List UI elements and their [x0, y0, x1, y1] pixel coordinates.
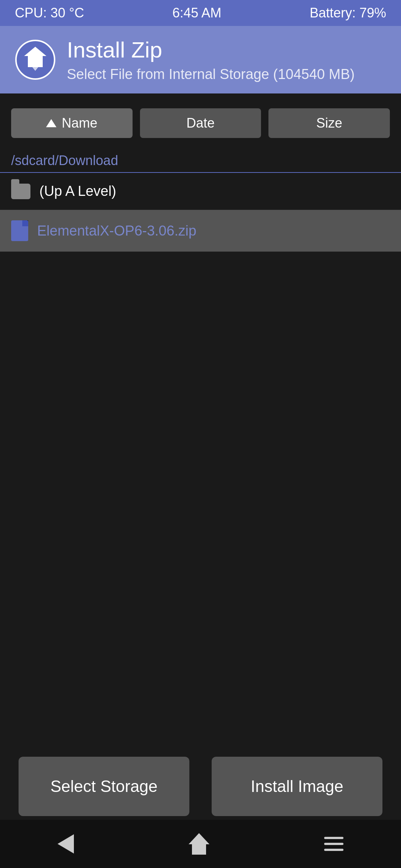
folder-label: (Up A Level)	[39, 183, 116, 199]
sort-arrow-icon	[46, 119, 56, 127]
bottom-buttons: Select Storage Install Image	[0, 757, 401, 816]
list-item[interactable]: ElementalX-OP6-3.06.zip	[0, 210, 401, 252]
menu-icon	[324, 837, 343, 851]
sort-date-button[interactable]: Date	[140, 108, 261, 138]
list-item[interactable]: (Up A Level)	[0, 173, 401, 210]
install-image-button[interactable]: Install Image	[212, 757, 382, 816]
time-text: 6:45 AM	[172, 5, 221, 21]
status-bar: CPU: 30 °C 6:45 AM Battery: 79%	[0, 0, 401, 26]
folder-icon	[11, 184, 30, 199]
sort-date-label: Date	[186, 115, 215, 131]
sort-name-button[interactable]: Name	[11, 108, 133, 138]
header-title: Install Zip	[67, 37, 355, 63]
nav-menu-button[interactable]	[324, 837, 343, 851]
path-bar: /sdcard/Download	[0, 145, 401, 173]
sort-size-button[interactable]: Size	[268, 108, 390, 138]
header-subtitle: Select File from Internal Storage (10454…	[67, 66, 355, 82]
battery-text: Battery: 79%	[310, 5, 386, 21]
nav-home-button[interactable]	[189, 833, 209, 855]
home-icon	[189, 833, 209, 855]
sort-size-label: Size	[316, 115, 342, 131]
sort-name-label: Name	[62, 115, 97, 131]
file-icon	[11, 220, 28, 241]
file-label: ElementalX-OP6-3.06.zip	[37, 223, 196, 239]
nav-back-button[interactable]	[58, 834, 74, 854]
current-path: /sdcard/Download	[11, 153, 118, 168]
back-icon	[58, 834, 74, 854]
cpu-text: CPU: 30 °C	[15, 5, 84, 21]
header: Install Zip Select File from Internal St…	[0, 26, 401, 93]
app-icon	[15, 39, 56, 80]
file-list: (Up A Level) ElementalX-OP6-3.06.zip	[0, 173, 401, 252]
nav-bar	[0, 820, 401, 868]
sort-bar: Name Date Size	[0, 93, 401, 145]
select-storage-button[interactable]: Select Storage	[19, 757, 189, 816]
header-text: Install Zip Select File from Internal St…	[67, 37, 355, 82]
